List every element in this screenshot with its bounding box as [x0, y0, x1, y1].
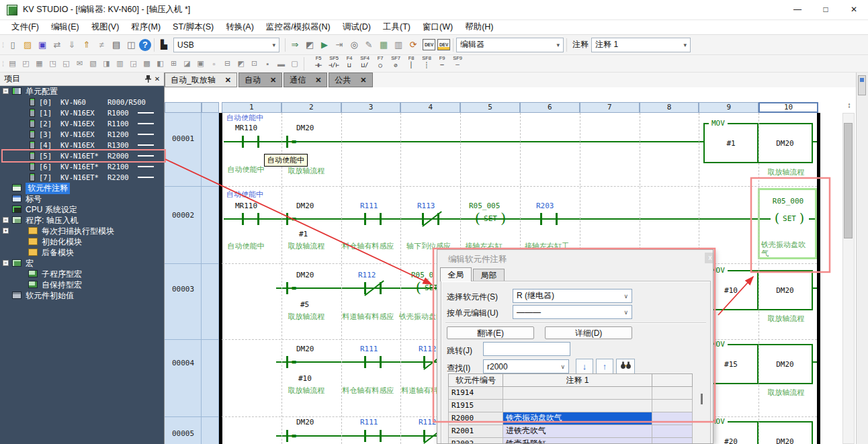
save-as-icon[interactable]: ⇄ [50, 38, 64, 52]
module-a-icon[interactable]: ▣ [194, 58, 207, 70]
unit-setup-icon[interactable]: ◱ [60, 58, 73, 70]
usb-connection-select[interactable]: USB ▾ [173, 38, 279, 52]
menu-item-10[interactable]: 帮助(H) [459, 21, 499, 33]
init-grid-icon[interactable]: ▦ [33, 58, 46, 70]
close-panel-icon[interactable]: ✕ [153, 75, 162, 84]
tree-item-6[interactable]: 后备模块 [0, 247, 165, 258]
comment-set-select[interactable]: 注释 1 ▾ [591, 38, 691, 52]
close-button[interactable]: ✕ [840, 0, 868, 19]
no-contact[interactable] [364, 356, 382, 368]
editor-tab-0[interactable]: 自动_取放轴✕ [165, 73, 237, 87]
menu-item-6[interactable]: 监控器/模拟器(N) [260, 21, 337, 33]
dev-tool-icon-1[interactable]: DEV [423, 39, 435, 50]
tree-item-7[interactable]: −宏 [0, 258, 165, 269]
table-row-R1914[interactable]: R1914 [448, 387, 693, 400]
copy-unit-icon[interactable]: ◨ [100, 58, 113, 70]
pin-icon[interactable] [143, 75, 153, 84]
menu-item-3[interactable]: 程序(M) [125, 21, 167, 33]
id-icon[interactable]: ⊡ [248, 58, 261, 70]
comment-cell[interactable] [503, 400, 652, 412]
open-project-icon[interactable]: ▨ [21, 38, 34, 52]
ladder-coil-button[interactable]: F7○ [373, 56, 388, 71]
expand-icon[interactable]: + [3, 228, 9, 234]
editor-tab-1[interactable]: 自动✕ [238, 73, 282, 87]
tree-item-10[interactable]: 软元件初始值 [0, 290, 165, 301]
editor-mode-select[interactable]: 编辑器 ▾ [456, 38, 564, 52]
nc-contact[interactable] [422, 213, 439, 225]
write-to-plc-icon[interactable]: ⇑ [80, 38, 93, 52]
ladder-contact-no-button[interactable]: F5⊣⊢ [311, 56, 326, 71]
table-row-R2001[interactable]: R2001进铁壳吹气 [448, 425, 693, 438]
ps2-icon[interactable]: ▬ [275, 58, 288, 70]
tab-close-icon[interactable]: ✕ [270, 76, 276, 85]
stop-icon[interactable]: ▢ [288, 58, 301, 70]
device-b-icon[interactable]: ◪ [181, 58, 193, 70]
compare-contact[interactable]: = [286, 213, 302, 225]
set-coil[interactable]: ( SET ) [769, 210, 810, 226]
comment-cell[interactable]: 铁壳振动盘吹气 [503, 412, 652, 425]
ladder-hline-button[interactable]: F9─ [435, 56, 449, 71]
table-color-icon[interactable]: ▩ [140, 58, 153, 70]
ladder-contact-nc-button[interactable]: SF5⊣/⊢ [327, 56, 341, 71]
compare-contact[interactable]: = [286, 356, 302, 368]
comment-cell[interactable]: 铁壳升降缸 [503, 438, 652, 444]
unit-edit-dropdown[interactable]: ——— ∨ [513, 305, 632, 319]
find-previous-button[interactable]: ↑ [596, 359, 613, 374]
menu-item-4[interactable]: ST/脚本(S) [167, 21, 220, 33]
unit-item-0[interactable]: [0]KV-N60R000/R500 [0, 97, 165, 107]
ladder-coil-not-button[interactable]: SF7⊘ [388, 56, 403, 71]
unit-item-7[interactable]: [7]KV-N16ET*R2200 [0, 172, 165, 183]
select-device-dropdown[interactable]: R (继电器) ∨ [513, 289, 632, 303]
find-device-icon[interactable]: ◎ [347, 38, 361, 52]
tab-close-icon[interactable]: ✕ [225, 76, 231, 85]
table-scrollbar[interactable] [701, 394, 703, 404]
compare-contact[interactable]: = [286, 282, 302, 294]
find-input[interactable]: r2000 ∨ [483, 359, 569, 373]
menu-item-5[interactable]: 转换(A) [220, 21, 260, 33]
network-icon[interactable]: ◲ [127, 58, 140, 70]
collapse-icon[interactable]: − [3, 88, 9, 94]
no-contact[interactable] [364, 430, 382, 442]
new-file-icon[interactable]: ▯ [6, 38, 19, 52]
read-from-plc-icon[interactable]: ⇓ [65, 38, 79, 52]
tab-local[interactable]: 局部 [473, 269, 505, 281]
device-monitor-icon[interactable]: ▥ [392, 38, 405, 52]
menu-item-9[interactable]: 窗口(W) [417, 21, 459, 33]
unit-item-1[interactable]: [1]KV-N16EXR1000 [0, 107, 165, 118]
force-icon[interactable]: ◳ [46, 58, 59, 70]
no-contact[interactable] [242, 213, 259, 225]
tree-item-5[interactable]: 初始化模块 [0, 236, 165, 247]
no-contact[interactable] [540, 213, 558, 225]
menu-item-2[interactable]: 视图(V) [85, 21, 126, 33]
plc-monitor-icon[interactable]: ◩ [303, 38, 316, 52]
menu-item-0[interactable]: 文件(F) [5, 21, 45, 33]
menu-item-8[interactable]: 工具(T) [377, 21, 417, 33]
help-icon[interactable]: ? [139, 39, 151, 51]
monitor-editor-switch-icon[interactable]: ⇒ [288, 38, 302, 52]
tree-item-3[interactable]: −程序: 轴压入机 [0, 215, 165, 226]
ladder-hline-del-button[interactable]: SF9┄ [450, 56, 465, 71]
splitter-icon[interactable]: ↕ [844, 101, 855, 113]
tree-item-4[interactable]: +每次扫描执行型模块 [0, 226, 165, 236]
compare-contact[interactable]: = [286, 430, 302, 442]
ladder-or-no-button[interactable]: F4⊔ [342, 56, 357, 71]
refresh-icon[interactable]: ⟳ [406, 38, 420, 52]
tab-close-icon[interactable]: ✕ [315, 76, 321, 85]
properties-sidebar-tab[interactable] [858, 75, 866, 95]
minimize-button[interactable]: — [783, 0, 812, 19]
hand-icon[interactable]: ◩ [234, 58, 247, 70]
device-a-icon[interactable]: ⊞ [167, 58, 180, 70]
save-project-icon[interactable]: ▣ [36, 38, 49, 52]
set-coil[interactable]: ( SET ) [466, 210, 515, 226]
table-row-R2002[interactable]: R2002铁壳升降缸 [448, 438, 693, 444]
table-row-R2000[interactable]: R2000铁壳振动盘吹气 [448, 412, 693, 425]
simulator-icon[interactable]: ▶ [318, 38, 331, 52]
comment-cell[interactable]: 进铁壳吹气 [503, 425, 652, 438]
collapse-icon[interactable]: − [3, 260, 9, 266]
table-row-R1915[interactable]: R1915 [448, 400, 693, 412]
jump-input[interactable] [483, 342, 570, 356]
dialog-close-button[interactable]: x [705, 253, 713, 263]
card-icon[interactable]: ▧ [87, 58, 99, 70]
maximize-button[interactable]: □ [812, 0, 840, 19]
ladder-or-nc-button[interactable]: SF4⊔/ [357, 56, 372, 71]
